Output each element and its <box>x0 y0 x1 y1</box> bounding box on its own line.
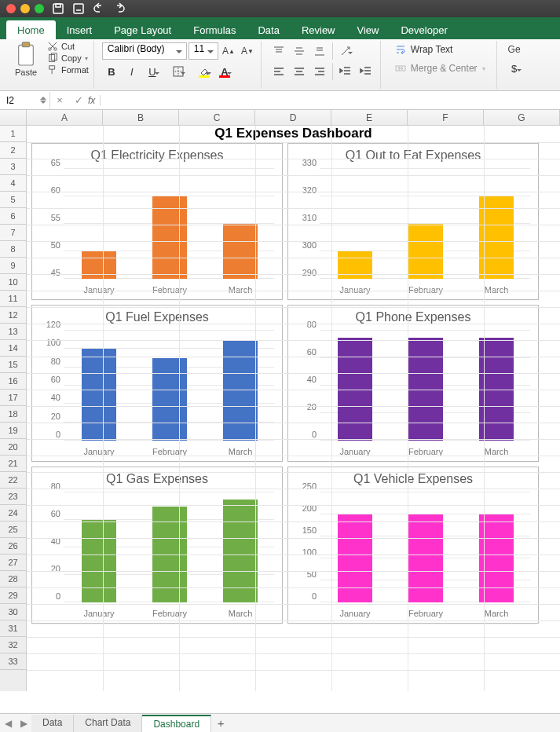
row-header[interactable]: 32 <box>0 637 26 653</box>
row-header[interactable]: 19 <box>0 423 26 439</box>
ribbon-tab-review[interactable]: Review <box>291 20 346 39</box>
chart[interactable]: Q1 Phone Expenses020406080JanuaryFebruar… <box>287 305 539 462</box>
align-left-button[interactable] <box>269 63 288 80</box>
row-header[interactable]: 17 <box>0 390 26 406</box>
row-header[interactable]: 25 <box>0 522 26 538</box>
align-top-button[interactable] <box>269 42 288 60</box>
row-header[interactable]: 11 <box>0 291 26 307</box>
column-header[interactable]: G <box>484 110 560 125</box>
close-window-icon[interactable] <box>6 4 16 13</box>
row-header[interactable]: 5 <box>0 192 26 208</box>
ribbon-tab-page-layout[interactable]: Page Layout <box>103 20 182 39</box>
select-all-corner[interactable] <box>0 110 27 125</box>
align-right-button[interactable] <box>310 63 329 80</box>
row-header[interactable]: 18 <box>0 406 26 423</box>
fill-color-button[interactable] <box>195 63 214 80</box>
shrink-font-button[interactable]: A▼ <box>239 42 256 60</box>
row-header[interactable]: 24 <box>0 505 26 522</box>
ribbon-tab-insert[interactable]: Insert <box>56 20 104 39</box>
align-bottom-button[interactable] <box>310 42 329 60</box>
row-header[interactable]: 15 <box>0 357 26 373</box>
merge-center-button[interactable]: Merge & Center▾ <box>389 60 492 77</box>
row-header[interactable]: 30 <box>0 604 26 620</box>
italic-button[interactable]: I <box>123 63 141 80</box>
confirm-formula-icon[interactable]: ✓ <box>69 94 88 106</box>
ribbon-tab-home[interactable]: Home <box>6 20 56 39</box>
undo-icon[interactable] <box>93 2 105 15</box>
row-header[interactable]: 28 <box>0 571 26 587</box>
font-size-select[interactable]: 11 <box>188 42 218 60</box>
sheet-tab[interactable]: Dashboard <box>142 715 211 732</box>
copy-button[interactable]: Copy▾ <box>47 53 89 64</box>
chart[interactable]: Q1 Fuel Expenses020406080100120JanuaryFe… <box>31 305 283 462</box>
paste-button[interactable]: Paste <box>9 41 42 89</box>
column-header[interactable]: F <box>408 110 484 125</box>
redo-icon[interactable] <box>113 2 126 15</box>
align-center-button[interactable] <box>290 63 309 80</box>
cut-button[interactable]: Cut <box>47 41 89 52</box>
row-header[interactable]: 8 <box>0 241 26 258</box>
wrap-text-button[interactable]: Wrap Text <box>389 41 492 58</box>
chart[interactable]: Q1 Out to Eat Expenses290300310320330Jan… <box>287 143 539 300</box>
ribbon-tab-data[interactable]: Data <box>247 20 290 39</box>
row-header[interactable]: 7 <box>0 225 26 241</box>
row-header[interactable]: 16 <box>0 373 26 390</box>
number-format-select[interactable]: Ge <box>505 42 524 57</box>
sheet-nav-prev-icon[interactable]: ◀ <box>0 718 16 729</box>
column-header[interactable]: C <box>179 110 255 125</box>
formula-input[interactable] <box>101 95 560 106</box>
row-header[interactable]: 12 <box>0 307 26 324</box>
save-icon[interactable] <box>52 2 64 15</box>
row-header[interactable]: 3 <box>0 159 26 175</box>
row-header[interactable]: 27 <box>0 554 26 571</box>
row-header[interactable]: 26 <box>0 538 26 554</box>
font-color-button[interactable]: A <box>215 63 234 80</box>
align-middle-button[interactable] <box>290 42 309 60</box>
sheet-tab[interactable]: Chart Data <box>74 715 142 732</box>
row-header[interactable]: 31 <box>0 620 26 637</box>
format-painter-button[interactable]: Format <box>47 64 89 75</box>
name-box[interactable]: I2 <box>0 92 50 109</box>
row-header[interactable]: 29 <box>0 587 26 604</box>
zoom-window-icon[interactable] <box>35 4 44 13</box>
column-header[interactable]: B <box>103 110 179 125</box>
row-header[interactable]: 21 <box>0 456 26 472</box>
row-header[interactable]: 4 <box>0 175 26 192</box>
column-header[interactable]: E <box>331 110 408 125</box>
save2-icon[interactable] <box>72 2 85 15</box>
font-name-select[interactable]: Calibri (Body) <box>102 42 187 60</box>
chart[interactable]: Q1 Electricity Expenses4550556065January… <box>31 143 283 300</box>
ribbon-tab-developer[interactable]: Developer <box>390 20 458 39</box>
bold-button[interactable]: B <box>102 63 121 80</box>
currency-button[interactable]: $ <box>505 60 524 77</box>
ribbon-tab-view[interactable]: View <box>346 20 390 39</box>
orientation-button[interactable] <box>336 42 355 60</box>
column-header[interactable]: A <box>27 110 103 125</box>
minimize-window-icon[interactable] <box>20 4 30 13</box>
chart[interactable]: Q1 Vehicle Expenses050100150200250Januar… <box>287 467 539 624</box>
row-header[interactable]: 20 <box>0 439 26 456</box>
increase-indent-button[interactable] <box>357 63 375 80</box>
fx-icon[interactable]: fx <box>88 95 101 106</box>
row-header[interactable]: 13 <box>0 324 26 340</box>
row-header[interactable]: 10 <box>0 274 26 291</box>
column-header[interactable]: D <box>255 110 331 125</box>
grow-font-button[interactable]: A▲ <box>220 42 237 60</box>
row-header[interactable]: 6 <box>0 208 26 225</box>
spreadsheet-grid[interactable]: ABCDEFG 12345678910111213141516171819202… <box>0 110 560 691</box>
add-sheet-button[interactable]: + <box>211 716 230 730</box>
row-header[interactable]: 9 <box>0 258 26 274</box>
row-header[interactable]: 33 <box>0 653 26 670</box>
row-header[interactable]: 1 <box>0 126 26 142</box>
chart[interactable]: Q1 Gas Expenses020406080JanuaryFebruaryM… <box>31 467 283 624</box>
decrease-indent-button[interactable] <box>336 63 355 80</box>
row-header[interactable]: 14 <box>0 340 26 357</box>
cancel-formula-icon[interactable]: × <box>50 94 69 106</box>
sheet-tab[interactable]: Data <box>31 715 74 732</box>
row-header[interactable]: 22 <box>0 472 26 489</box>
row-header[interactable]: 2 <box>0 142 26 159</box>
sheet-nav-next-icon[interactable]: ▶ <box>16 718 31 729</box>
underline-button[interactable]: U <box>143 63 162 80</box>
row-header[interactable]: 23 <box>0 489 26 505</box>
borders-button[interactable] <box>169 63 188 80</box>
